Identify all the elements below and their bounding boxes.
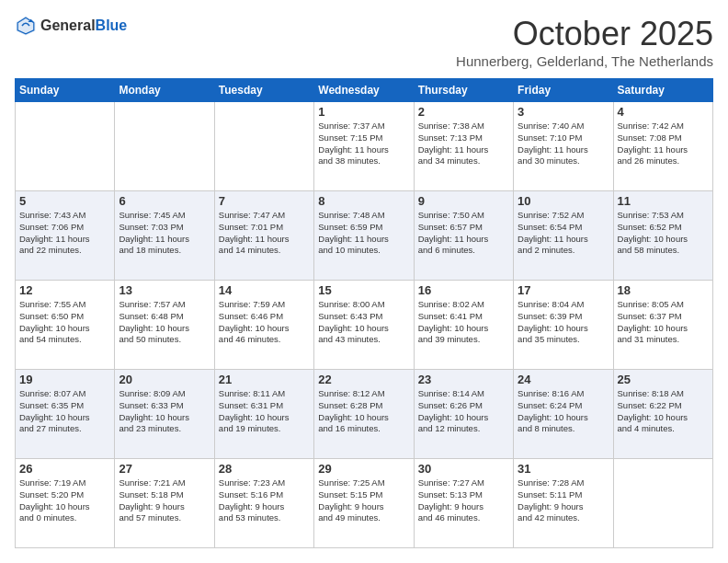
table-row: 23Sunrise: 8:14 AM Sunset: 6:26 PM Dayli… — [414, 370, 513, 459]
header: GeneralBlue October 2025 Hunnerberg, Gel… — [15, 15, 713, 69]
table-row: 10Sunrise: 7:52 AM Sunset: 6:54 PM Dayli… — [514, 191, 613, 281]
table-row: 30Sunrise: 7:27 AM Sunset: 5:13 PM Dayli… — [414, 459, 513, 548]
cell-day-info: Sunrise: 7:37 AM Sunset: 7:15 PM Dayligh… — [318, 121, 409, 167]
cell-day-number: 8 — [318, 194, 409, 208]
col-friday: Friday — [514, 79, 613, 102]
table-row: 27Sunrise: 7:21 AM Sunset: 5:18 PM Dayli… — [115, 459, 214, 548]
cell-day-info: Sunrise: 7:28 AM Sunset: 5:11 PM Dayligh… — [518, 477, 609, 524]
table-row: 22Sunrise: 8:12 AM Sunset: 6:28 PM Dayli… — [314, 370, 414, 459]
cell-day-info: Sunrise: 7:42 AM Sunset: 7:08 PM Dayligh… — [618, 121, 709, 167]
cell-day-number: 15 — [318, 283, 409, 297]
cell-day-info: Sunrise: 7:40 AM Sunset: 7:10 PM Dayligh… — [518, 121, 609, 167]
logo: GeneralBlue — [15, 15, 127, 37]
cell-day-number: 23 — [418, 373, 509, 386]
table-row: 31Sunrise: 7:28 AM Sunset: 5:11 PM Dayli… — [514, 459, 613, 548]
page: GeneralBlue October 2025 Hunnerberg, Gel… — [0, 0, 728, 563]
cell-day-number: 26 — [19, 462, 110, 476]
table-row: 19Sunrise: 8:07 AM Sunset: 6:35 PM Dayli… — [16, 370, 115, 459]
cell-day-number: 11 — [618, 194, 709, 208]
cell-day-number: 16 — [418, 283, 509, 297]
cell-day-number: 6 — [119, 194, 210, 208]
table-row: 20Sunrise: 8:09 AM Sunset: 6:33 PM Dayli… — [115, 370, 214, 459]
cell-day-info: Sunrise: 7:50 AM Sunset: 6:57 PM Dayligh… — [418, 210, 509, 257]
cell-day-info: Sunrise: 7:19 AM Sunset: 5:20 PM Dayligh… — [19, 477, 110, 524]
table-row — [115, 102, 214, 191]
cell-day-info: Sunrise: 8:18 AM Sunset: 6:22 PM Dayligh… — [618, 388, 709, 435]
svg-marker-0 — [17, 17, 36, 36]
table-row: 11Sunrise: 7:53 AM Sunset: 6:52 PM Dayli… — [613, 191, 712, 281]
table-row: 16Sunrise: 8:02 AM Sunset: 6:41 PM Dayli… — [414, 281, 513, 370]
cell-day-number: 9 — [418, 194, 509, 208]
calendar-header-row: Sunday Monday Tuesday Wednesday Thursday… — [16, 79, 713, 102]
calendar-week-row: 19Sunrise: 8:07 AM Sunset: 6:35 PM Dayli… — [16, 370, 713, 459]
cell-day-number: 18 — [618, 283, 709, 297]
cell-day-number: 30 — [418, 462, 509, 476]
cell-day-number: 31 — [518, 462, 609, 476]
table-row: 1Sunrise: 7:37 AM Sunset: 7:15 PM Daylig… — [314, 102, 414, 191]
table-row: 25Sunrise: 8:18 AM Sunset: 6:22 PM Dayli… — [613, 370, 712, 459]
cell-day-number: 21 — [219, 373, 310, 386]
calendar-week-row: 26Sunrise: 7:19 AM Sunset: 5:20 PM Dayli… — [16, 459, 713, 548]
cell-day-info: Sunrise: 7:59 AM Sunset: 6:46 PM Dayligh… — [219, 299, 310, 346]
table-row: 2Sunrise: 7:38 AM Sunset: 7:13 PM Daylig… — [414, 102, 513, 191]
cell-day-info: Sunrise: 8:05 AM Sunset: 6:37 PM Dayligh… — [618, 299, 709, 346]
col-saturday: Saturday — [613, 79, 712, 102]
col-sunday: Sunday — [16, 79, 115, 102]
cell-day-number: 27 — [119, 462, 210, 476]
table-row: 5Sunrise: 7:43 AM Sunset: 7:06 PM Daylig… — [16, 191, 115, 281]
table-row: 29Sunrise: 7:25 AM Sunset: 5:15 PM Dayli… — [314, 459, 414, 548]
cell-day-info: Sunrise: 7:27 AM Sunset: 5:13 PM Dayligh… — [418, 477, 509, 524]
table-row: 18Sunrise: 8:05 AM Sunset: 6:37 PM Dayli… — [613, 281, 712, 370]
col-wednesday: Wednesday — [314, 79, 414, 102]
cell-day-number: 14 — [219, 283, 310, 297]
table-row: 24Sunrise: 8:16 AM Sunset: 6:24 PM Dayli… — [514, 370, 613, 459]
cell-day-info: Sunrise: 8:02 AM Sunset: 6:41 PM Dayligh… — [418, 299, 509, 346]
cell-day-info: Sunrise: 8:09 AM Sunset: 6:33 PM Dayligh… — [119, 388, 210, 435]
cell-day-number: 12 — [19, 283, 110, 297]
month-title: October 2025 — [456, 15, 713, 53]
table-row: 26Sunrise: 7:19 AM Sunset: 5:20 PM Dayli… — [16, 459, 115, 548]
table-row: 8Sunrise: 7:48 AM Sunset: 6:59 PM Daylig… — [314, 191, 414, 281]
cell-day-number: 22 — [318, 373, 409, 386]
cell-day-number: 3 — [518, 105, 609, 119]
title-block: October 2025 Hunnerberg, Gelderland, The… — [456, 15, 713, 69]
table-row: 14Sunrise: 7:59 AM Sunset: 6:46 PM Dayli… — [214, 281, 313, 370]
cell-day-info: Sunrise: 8:11 AM Sunset: 6:31 PM Dayligh… — [219, 388, 310, 435]
table-row: 9Sunrise: 7:50 AM Sunset: 6:57 PM Daylig… — [414, 191, 513, 281]
cell-day-number: 24 — [518, 373, 609, 386]
cell-day-info: Sunrise: 7:57 AM Sunset: 6:48 PM Dayligh… — [119, 299, 210, 346]
table-row: 7Sunrise: 7:47 AM Sunset: 7:01 PM Daylig… — [214, 191, 313, 281]
cell-day-info: Sunrise: 7:25 AM Sunset: 5:15 PM Dayligh… — [318, 477, 409, 524]
cell-day-number: 4 — [618, 105, 709, 119]
cell-day-number: 1 — [318, 105, 409, 119]
cell-day-info: Sunrise: 7:38 AM Sunset: 7:13 PM Dayligh… — [418, 121, 509, 167]
col-thursday: Thursday — [414, 79, 513, 102]
cell-day-info: Sunrise: 7:43 AM Sunset: 7:06 PM Dayligh… — [19, 210, 110, 257]
table-row — [16, 102, 115, 191]
cell-day-number: 2 — [418, 105, 509, 119]
cell-day-info: Sunrise: 7:55 AM Sunset: 6:50 PM Dayligh… — [19, 299, 110, 346]
cell-day-info: Sunrise: 7:48 AM Sunset: 6:59 PM Dayligh… — [318, 210, 409, 257]
table-row: 6Sunrise: 7:45 AM Sunset: 7:03 PM Daylig… — [115, 191, 214, 281]
calendar-table: Sunday Monday Tuesday Wednesday Thursday… — [15, 78, 713, 548]
table-row: 21Sunrise: 8:11 AM Sunset: 6:31 PM Dayli… — [214, 370, 313, 459]
location: Hunnerberg, Gelderland, The Netherlands — [456, 53, 713, 69]
table-row: 13Sunrise: 7:57 AM Sunset: 6:48 PM Dayli… — [115, 281, 214, 370]
cell-day-info: Sunrise: 8:14 AM Sunset: 6:26 PM Dayligh… — [418, 388, 509, 435]
col-tuesday: Tuesday — [214, 79, 313, 102]
cell-day-number: 5 — [19, 194, 110, 208]
cell-day-info: Sunrise: 8:07 AM Sunset: 6:35 PM Dayligh… — [19, 388, 110, 435]
cell-day-info: Sunrise: 7:52 AM Sunset: 6:54 PM Dayligh… — [518, 210, 609, 257]
cell-day-info: Sunrise: 8:04 AM Sunset: 6:39 PM Dayligh… — [518, 299, 609, 346]
col-monday: Monday — [115, 79, 214, 102]
cell-day-info: Sunrise: 7:53 AM Sunset: 6:52 PM Dayligh… — [618, 210, 709, 257]
table-row: 4Sunrise: 7:42 AM Sunset: 7:08 PM Daylig… — [613, 102, 712, 191]
table-row: 3Sunrise: 7:40 AM Sunset: 7:10 PM Daylig… — [514, 102, 613, 191]
logo-icon — [15, 15, 37, 37]
calendar-week-row: 5Sunrise: 7:43 AM Sunset: 7:06 PM Daylig… — [16, 191, 713, 281]
cell-day-number: 25 — [618, 373, 709, 386]
cell-day-number: 17 — [518, 283, 609, 297]
cell-day-number: 7 — [219, 194, 310, 208]
cell-day-info: Sunrise: 7:47 AM Sunset: 7:01 PM Dayligh… — [219, 210, 310, 257]
table-row — [214, 102, 313, 191]
